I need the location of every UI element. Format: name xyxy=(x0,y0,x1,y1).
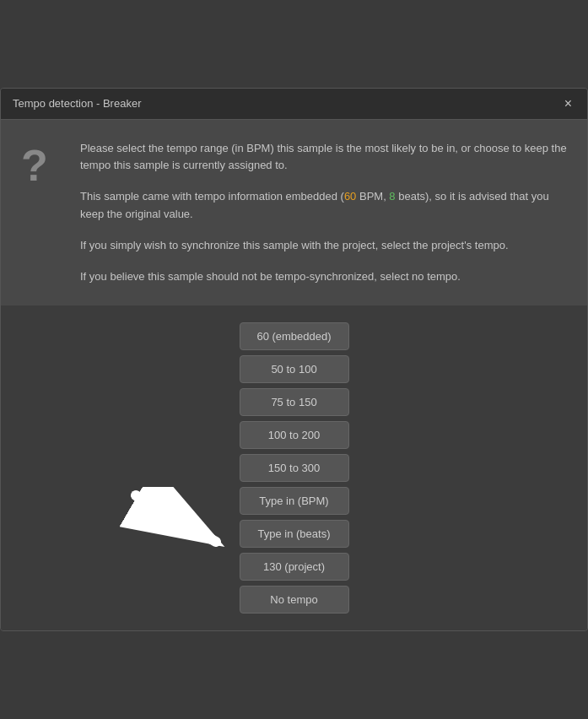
btn-150to300[interactable]: 150 to 300 xyxy=(240,454,349,482)
question-mark-icon: ? xyxy=(21,140,63,286)
btn-75to150[interactable]: 75 to 150 xyxy=(240,388,349,416)
info-paragraph-2: This sample came with tempo information … xyxy=(80,188,567,224)
btn-50to100[interactable]: 50 to 100 xyxy=(240,355,349,383)
info-text-block: Please select the tempo range (in BPM) t… xyxy=(80,140,567,286)
dialog-title: Tempo detection - Breaker xyxy=(13,97,141,110)
btn-100to200-label: 100 to 200 xyxy=(268,429,320,441)
btn-75to150-label: 75 to 150 xyxy=(271,396,316,408)
btn-no-tempo[interactable]: No tempo xyxy=(240,586,349,614)
close-button[interactable]: × xyxy=(561,97,575,111)
btn-50to100-label: 50 to 100 xyxy=(271,363,316,376)
btn-project-label: 130 (project) xyxy=(263,560,325,573)
btn-type-beats[interactable]: Type in (beats) xyxy=(240,520,349,548)
btn-type-bpm[interactable]: Type in (BPM) xyxy=(240,487,349,515)
info-paragraph-4: If you believe this sample should not be… xyxy=(80,268,567,286)
buttons-section: 60 (embedded) 50 to 100 75 to 150 100 to… xyxy=(1,305,587,630)
info-section: ? Please select the tempo range (in BPM)… xyxy=(1,120,587,306)
btn-150to300-label: 150 to 300 xyxy=(268,462,320,474)
svg-line-1 xyxy=(136,495,216,542)
btn-100to200[interactable]: 100 to 200 xyxy=(240,421,349,449)
tempo-detection-dialog: Tempo detection - Breaker × ? Please sel… xyxy=(0,88,588,632)
arrow-indicator xyxy=(119,487,237,554)
embedded-beats: 8 xyxy=(389,190,395,203)
btn-embedded-label: 60 (embedded) xyxy=(256,330,331,343)
title-bar: Tempo detection - Breaker × xyxy=(1,89,587,120)
btn-no-tempo-label: No tempo xyxy=(270,593,317,606)
btn-type-bpm-label: Type in (BPM) xyxy=(259,495,328,507)
btn-embedded[interactable]: 60 (embedded) xyxy=(240,322,349,350)
info-paragraph-3: If you simply wish to synchronize this s… xyxy=(80,237,567,255)
btn-type-beats-label: Type in (beats) xyxy=(258,527,331,540)
info-paragraph-1: Please select the tempo range (in BPM) t… xyxy=(80,140,567,176)
btn-project[interactable]: 130 (project) xyxy=(240,553,349,581)
embedded-bpm: 60 xyxy=(344,190,356,203)
